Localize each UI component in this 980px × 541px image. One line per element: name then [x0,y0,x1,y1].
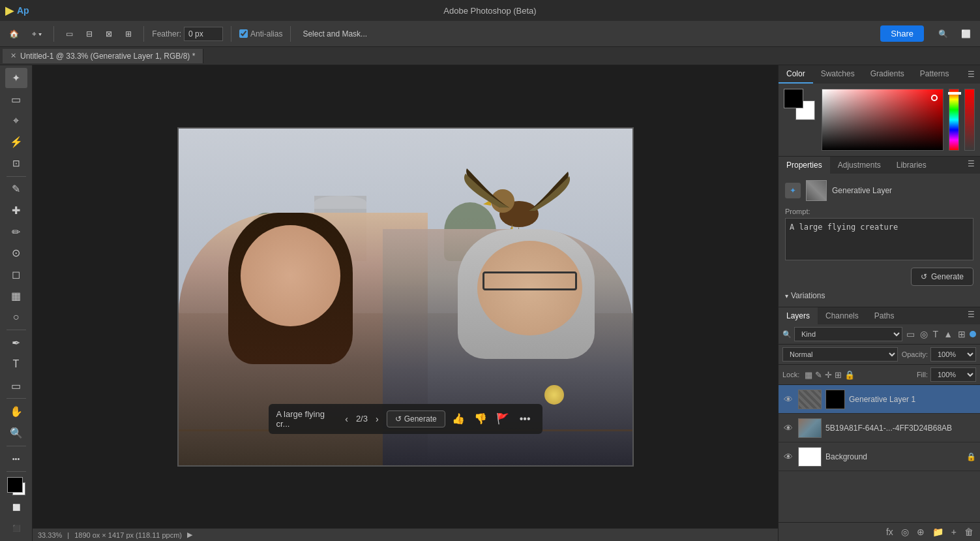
crop-tool[interactable]: ⊡ [5,153,27,174]
variations-header[interactable]: ▾ Variations [785,291,973,300]
alpha-bar[interactable] [964,89,975,151]
layer-item-generative[interactable]: 👁 Generative Layer 1 [779,385,980,414]
properties-tab[interactable]: Properties [779,157,830,174]
color-tab[interactable]: Color [779,65,813,84]
tool-sep-3 [7,398,26,399]
zoom-tool[interactable]: 🔍 [5,423,27,443]
lock-icons: ▦ ✎ ✛ ⊞ 🔒 [805,370,855,380]
layer-item-photo[interactable]: 👁 5B19A81F-64A1-...-4FF3D24B68AB [779,414,980,442]
blend-mode-select[interactable]: Normal [782,347,898,362]
smart-layer-filter[interactable]: ⊞ [957,328,967,341]
exclude-btn[interactable]: ⊞ [121,27,136,41]
feather-input[interactable] [184,27,223,41]
eyedropper-tool[interactable]: ✎ [5,179,27,199]
kind-select[interactable]: Kind [794,327,902,341]
more-options-btn[interactable]: ••• [516,412,535,426]
close-tab-icon[interactable]: ✕ [10,52,16,60]
subtract-btn[interactable]: ⊟ [82,27,97,41]
layers-tab[interactable]: Layers [779,307,818,324]
gradients-tab[interactable]: Gradients [863,65,912,84]
prop-layer-header: ✦ Generative Layer [785,180,973,201]
channels-tab[interactable]: Channels [818,307,867,324]
lock-move-icon[interactable]: ✛ [825,370,832,380]
intersect-btn[interactable]: ⊠ [102,27,116,41]
layer-visibility-generative[interactable]: 👁 [782,394,794,405]
view-btn[interactable]: ⬜ [957,27,975,41]
lasso-tool[interactable]: ⌖ [5,110,27,131]
hand-tool[interactable]: ✋ [5,401,27,422]
foreground-swatch[interactable] [784,89,803,108]
more-tools[interactable]: ••• [5,449,27,469]
lasso-tool-btn[interactable]: ⌖ ▾ [28,27,46,41]
foreground-color[interactable] [7,477,23,493]
thumbs-up-btn[interactable]: 👍 [449,411,468,426]
color-gradient[interactable] [822,89,943,151]
layer-group-btn[interactable]: 📁 [930,525,946,538]
layer-delete-btn[interactable]: 🗑 [962,525,976,538]
prev-variation-btn[interactable]: ‹ [341,412,352,425]
layer-visibility-background[interactable]: 👁 [782,452,794,462]
eraser-tool[interactable]: ◻ [5,264,27,285]
layers-footer: fx ◎ ⊕ 📁 + 🗑 [779,522,980,541]
lock-pixel-icon[interactable]: ▦ [805,370,812,380]
flag-btn[interactable]: 🚩 [494,411,512,426]
search-btn[interactable]: 🔍 [934,27,952,41]
color-cursor [931,95,938,101]
prop-tab-spacer [934,157,962,174]
layer-adjustment-btn[interactable]: ⊕ [914,525,927,538]
layer-mask-btn[interactable]: ◎ [898,525,912,538]
swatches-tab[interactable]: Swatches [813,65,863,84]
clone-tool[interactable]: ⊙ [5,243,27,264]
anti-alias-checkbox[interactable] [239,29,248,38]
type-tool[interactable]: T [5,354,27,375]
pen-tool[interactable]: ✒ [5,333,27,353]
lock-all-icon[interactable]: 🔒 [844,370,855,380]
layer-new-btn[interactable]: + [949,525,959,538]
shape-tool[interactable]: ▭ [5,376,27,396]
next-variation-btn[interactable]: › [372,412,383,425]
tool-sep-5 [7,471,26,472]
healing-tool[interactable]: ✚ [5,200,27,221]
type-layer-filter[interactable]: T [932,328,940,341]
lock-artboard-icon[interactable]: ⊞ [835,370,842,380]
layer-thumb-background [798,447,822,467]
rect-mode-btn[interactable]: ▭ [62,27,77,41]
lock-position-icon[interactable]: ✎ [815,370,822,380]
thumbs-down-btn[interactable]: 👎 [471,411,490,426]
status-arrow-btn[interactable]: ▶ [187,531,192,539]
inline-generate-btn[interactable]: ↺ Generate [387,410,445,427]
home-btn[interactable]: 🏠 [5,27,23,41]
layer-item-background[interactable]: 👁 Background 🔒 [779,442,980,471]
pixel-layer-filter[interactable]: ▭ [905,328,916,341]
layer-visibility-photo[interactable]: 👁 [782,423,794,433]
adjustments-tab[interactable]: Adjustments [830,157,889,174]
status-bar: 33.33% | 1890 ox × 1417 px (118.11 ppcm)… [33,528,778,541]
fill-select[interactable]: 100% [930,367,976,382]
share-btn[interactable]: Share [880,25,924,42]
prompt-textarea[interactable]: A large flying creature [785,218,973,260]
patterns-tab[interactable]: Patterns [912,65,957,84]
color-panel-menu[interactable]: ☰ [962,67,980,82]
dodge-tool[interactable]: ○ [5,307,27,328]
prop-panel-menu[interactable]: ☰ [962,157,980,174]
layer-fx-btn[interactable]: fx [883,525,896,538]
hue-bar[interactable] [949,89,959,151]
brush-tool[interactable]: ✏ [5,222,27,242]
opacity-select[interactable]: 100% [930,347,976,362]
marquee-tool[interactable]: ▭ [5,89,27,110]
gradient-tool[interactable]: ▦ [5,286,27,306]
adjustment-layer-filter[interactable]: ◎ [919,328,929,341]
quick-mask-tool[interactable]: ⬜ [5,497,27,518]
magic-wand-tool[interactable]: ⚡ [5,132,27,152]
ornament [544,385,564,405]
shape-layer-filter[interactable]: ▲ [942,328,954,341]
libraries-tab[interactable]: Libraries [889,157,934,174]
generate-big-btn[interactable]: ↺ Generate [911,268,973,286]
select-mask-btn[interactable]: Select and Mask... [299,27,371,41]
fg-bg-swatches [784,89,816,121]
document-tab[interactable]: ✕ Untitled-1 @ 33.3% (Generative Layer 1… [3,49,203,63]
move-tool[interactable]: ✦ [5,68,27,88]
layers-panel-menu[interactable]: ☰ [962,307,980,324]
screen-mode-btn[interactable]: ⬛ [5,518,27,538]
paths-tab[interactable]: Paths [867,307,902,324]
